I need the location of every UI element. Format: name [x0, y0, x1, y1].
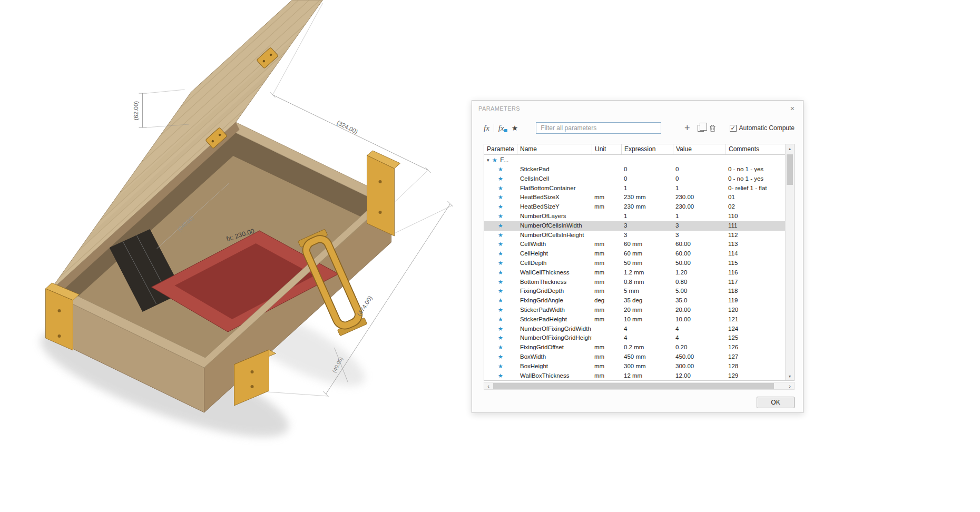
parameter-name[interactable]: HeatBedSizeY	[517, 202, 592, 212]
parameter-row[interactable]: ★ HeatBedSizeY mm 230 mm 230.00 02	[484, 202, 785, 212]
parameter-name[interactable]: NumberOfCellsInHeight	[517, 231, 592, 240]
parameter-name[interactable]: StickerPadHeight	[517, 315, 592, 324]
parameter-comments[interactable]: 0 - no 1 - yes	[726, 165, 785, 174]
parameter-comments[interactable]: 02	[726, 202, 785, 212]
parameter-comments[interactable]: 112	[726, 231, 785, 240]
parameter-row[interactable]: ★ NumberOfFixingGridHeight 4 4 125	[484, 333, 785, 343]
parameter-expression[interactable]: 3	[621, 231, 673, 240]
parameter-name[interactable]: NumberOfCellsInWidth	[517, 221, 592, 231]
parameter-expression[interactable]: 20 mm	[621, 306, 673, 315]
parameter-row[interactable]: ★ CellDepth mm 50 mm 50.00 115	[484, 259, 785, 268]
parameter-expression[interactable]: 0	[621, 174, 673, 184]
parameter-row[interactable]: ★ BottomThickness mm 0.8 mm 0.80 117	[484, 278, 785, 287]
column-header-comments[interactable]: Comments	[726, 144, 785, 154]
filter-parameters-input[interactable]	[536, 122, 661, 134]
parameter-comments[interactable]: 111	[726, 221, 785, 231]
parameter-row[interactable]: ★ NumberOfCellsInWidth 3 3 111	[484, 221, 785, 231]
parameter-row[interactable]: ★ CellHeight mm 60 mm 60.00 114	[484, 249, 785, 259]
parameter-comments[interactable]: 01	[726, 193, 785, 202]
parameter-name[interactable]: FixingGridDepth	[517, 287, 592, 296]
favorite-star-icon[interactable]: ★	[498, 212, 503, 221]
parameter-expression[interactable]: 4	[621, 324, 673, 334]
favorite-star-icon[interactable]: ★	[498, 165, 503, 174]
scroll-up-icon[interactable]: ▲	[786, 144, 794, 153]
model-viewport[interactable]: (62.00) (324.00) (474.00) (240.00) fx: 2…	[0, 0, 474, 512]
favorite-star-icon[interactable]: ★	[498, 193, 503, 202]
parameter-expression[interactable]: 230 mm	[621, 193, 673, 202]
parameter-expression[interactable]: 300 mm	[621, 362, 673, 371]
parameter-comments[interactable]: 116	[726, 268, 785, 278]
parameter-name[interactable]: NumberOfFixingGridHeight	[517, 333, 592, 343]
parameter-name[interactable]: WallBoxThickness	[517, 371, 592, 380]
parameter-expression[interactable]: 0.8 mm	[621, 278, 673, 287]
parameter-comments[interactable]: 114	[726, 249, 785, 259]
parameter-comments[interactable]: 118	[726, 287, 785, 296]
parameter-expression[interactable]: 1.2 mm	[621, 268, 673, 278]
parameter-comments[interactable]: 119	[726, 296, 785, 306]
parameter-expression[interactable]: 60 mm	[621, 249, 673, 259]
parameter-row[interactable]: ★ FixingGridDepth mm 5 mm 5.00 118	[484, 287, 785, 296]
vertical-scroll-thumb[interactable]	[787, 154, 793, 185]
parameter-row[interactable]: ★ WallBoxThickness mm 12 mm 12.00 129	[484, 371, 785, 380]
parameter-row[interactable]: ★ StickerPad 0 0 0 - no 1 - yes	[484, 165, 785, 174]
parameter-expression[interactable]: 1	[621, 184, 673, 193]
parameter-comments[interactable]: 126	[726, 343, 785, 352]
parameter-comments[interactable]: 128	[726, 362, 785, 371]
delete-parameter-icon[interactable]	[709, 124, 716, 132]
parameter-comments[interactable]: 115	[726, 259, 785, 268]
parameter-expression[interactable]: 12 mm	[621, 371, 673, 380]
favorite-star-icon[interactable]: ★	[498, 371, 503, 380]
favorite-star-icon[interactable]: ★	[498, 333, 503, 343]
fx-parameters-icon[interactable]: fx	[484, 124, 493, 133]
parameter-name[interactable]: CellWidth	[517, 240, 592, 249]
parameter-comments[interactable]: 0- relief 1 - flat	[726, 184, 785, 193]
fx-user-parameter-icon[interactable]: fx	[498, 124, 508, 133]
parameter-name[interactable]: WallCellThickness	[517, 268, 592, 278]
favorite-star-icon[interactable]: ★	[498, 362, 503, 371]
favorites-group-row[interactable]: ▾ ★ F...	[484, 155, 785, 165]
checkbox-check-icon[interactable]: ✓	[730, 125, 737, 132]
parameter-expression[interactable]: 50 mm	[621, 259, 673, 268]
parameter-row[interactable]: ★ FlatBottomContainer 1 1 0- relief 1 - …	[484, 184, 785, 193]
favorite-star-icon[interactable]: ★	[498, 296, 503, 306]
parameter-row[interactable]: ★ StickerPadHeight mm 10 mm 10.00 121	[484, 315, 785, 324]
parameter-comments[interactable]: 120	[726, 306, 785, 315]
parameter-name[interactable]: FlatBottomContainer	[517, 184, 592, 193]
close-icon[interactable]: ×	[787, 103, 798, 114]
parameter-row[interactable]: ★ NumberOfFixingGridWidth 4 4 124	[484, 324, 785, 334]
column-header-value[interactable]: Value	[673, 144, 726, 154]
parameter-expression[interactable]: 35 deg	[621, 296, 673, 306]
parameter-expression[interactable]: 60 mm	[621, 240, 673, 249]
chevron-down-icon[interactable]: ▾	[487, 157, 489, 163]
parameter-comments[interactable]: 121	[726, 315, 785, 324]
horizontal-scroll-thumb[interactable]	[493, 383, 774, 389]
favorite-star-icon[interactable]: ★	[498, 184, 503, 193]
favorite-star-icon[interactable]: ★	[498, 324, 503, 334]
parameter-row[interactable]: ★ HeatBedSizeX mm 230 mm 230.00 01	[484, 193, 785, 202]
automatic-compute-checkbox[interactable]: ✓ Automatic Compute	[730, 124, 795, 132]
favorite-star-icon[interactable]: ★	[498, 315, 503, 324]
parameter-name[interactable]: NumberOfFixingGridWidth	[517, 324, 592, 334]
scroll-down-icon[interactable]: ▼	[786, 372, 794, 380]
favorite-star-icon[interactable]: ★	[498, 287, 503, 296]
parameter-comments[interactable]: 129	[726, 371, 785, 380]
ok-button[interactable]: OK	[757, 397, 795, 408]
vertical-scrollbar[interactable]: ▲ ▼	[785, 144, 794, 380]
parameter-name[interactable]: CellDepth	[517, 259, 592, 268]
favorite-star-icon[interactable]: ★	[498, 231, 503, 240]
parameter-comments[interactable]: 113	[726, 240, 785, 249]
favorites-filter-icon[interactable]: ★	[512, 124, 518, 132]
parameter-name[interactable]: HeatBedSizeX	[517, 193, 592, 202]
parameter-name[interactable]: StickerPad	[517, 165, 592, 174]
parameter-row[interactable]: ★ CellsInCell 0 0 0 - no 1 - yes	[484, 174, 785, 184]
parameter-row[interactable]: ★ FixingGridAngle deg 35 deg 35.0 119	[484, 296, 785, 306]
parameter-expression[interactable]: 230 mm	[621, 202, 673, 212]
parameter-expression[interactable]: 3	[621, 221, 673, 231]
parameter-comments[interactable]: 125	[726, 333, 785, 343]
copy-parameter-icon[interactable]	[698, 125, 704, 132]
parameter-name[interactable]: FixingGridAngle	[517, 296, 592, 306]
parameter-name[interactable]: BoxHeight	[517, 362, 592, 371]
parameter-comments[interactable]: 127	[726, 352, 785, 362]
favorite-star-icon[interactable]: ★	[498, 278, 503, 287]
parameter-name[interactable]: CellsInCell	[517, 174, 592, 184]
